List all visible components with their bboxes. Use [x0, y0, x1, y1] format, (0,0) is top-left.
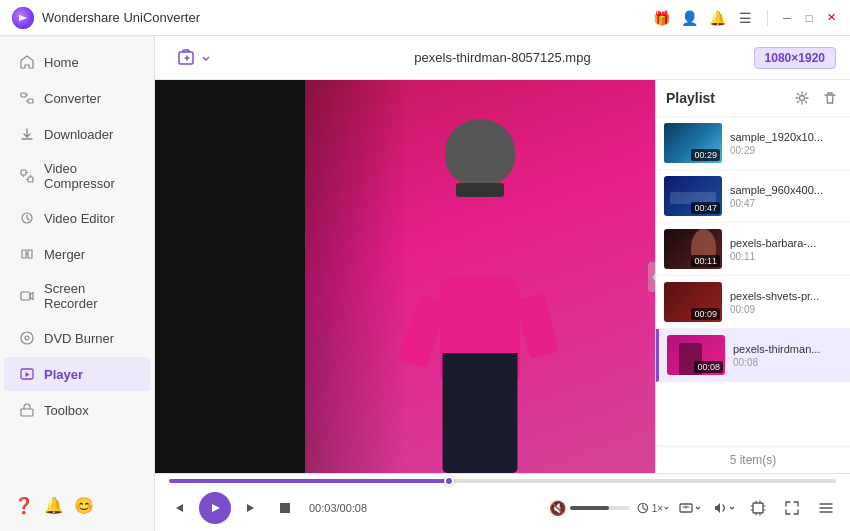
time-display: 00:03/00:08: [309, 502, 367, 514]
svg-rect-10: [21, 409, 33, 416]
speed-button[interactable]: 1×: [636, 494, 670, 522]
title-bar: Wondershare UniConverter 🎁 👤 🔔 ☰ ─ □ ✕: [0, 0, 850, 36]
prev-button[interactable]: [165, 494, 193, 522]
playlist-item[interactable]: 00:11 pexels-barbara-... 00:11: [656, 223, 850, 276]
playlist-item-name: pexels-thirdman...: [733, 343, 842, 355]
minimize-button[interactable]: ─: [780, 11, 794, 25]
sidebar-item-converter[interactable]: Converter: [4, 81, 150, 115]
collapse-playlist-button[interactable]: ❮: [648, 262, 655, 292]
compressor-icon: [18, 167, 36, 185]
progress-bar-track[interactable]: [169, 479, 836, 483]
maximize-button[interactable]: □: [802, 11, 816, 25]
thumb-duration: 00:11: [691, 255, 720, 267]
playlist-delete-icon[interactable]: [820, 88, 840, 108]
playlist-item[interactable]: 00:29 sample_1920x10... 00:29: [656, 117, 850, 170]
controls-bar: 00:03/00:08 🔇 1×: [155, 473, 850, 531]
svg-point-12: [800, 96, 805, 101]
downloader-icon: [18, 125, 36, 143]
playlist-item-duration: 00:09: [730, 304, 842, 315]
current-file-name: pexels-thirdman-8057125.mpg: [414, 50, 590, 65]
app-body: Home Converter Downloader Video Compress…: [0, 36, 850, 531]
user-icon[interactable]: 👤: [679, 8, 699, 28]
sidebar-item-video-compressor[interactable]: Video Compressor: [4, 153, 150, 199]
sidebar-item-downloader[interactable]: Downloader: [4, 117, 150, 151]
playlist-item-duration: 00:11: [730, 251, 842, 262]
playlist-item-duration: 00:08: [733, 357, 842, 368]
playlist-items: 00:29 sample_1920x10... 00:29 00:47: [656, 117, 850, 446]
player-icon: [18, 365, 36, 383]
merger-icon: [18, 245, 36, 263]
notification-icon[interactable]: 🔔: [44, 496, 64, 515]
menu-icon[interactable]: ☰: [735, 8, 755, 28]
resolution-badge: 1080×1920: [754, 47, 836, 69]
volume-slider[interactable]: [570, 506, 630, 510]
playlist-item[interactable]: 00:47 sample_960x400... 00:47: [656, 170, 850, 223]
playlist-header-icons: [792, 88, 840, 108]
svg-rect-2: [28, 99, 33, 103]
recorder-icon: [18, 287, 36, 305]
svg-rect-13: [280, 503, 290, 513]
help-icon[interactable]: ❓: [14, 496, 34, 515]
sidebar-label-toolbox: Toolbox: [44, 403, 89, 418]
next-button[interactable]: [237, 494, 265, 522]
svg-point-7: [21, 332, 33, 344]
editor-icon: [18, 209, 36, 227]
sidebar-label-home: Home: [44, 55, 79, 70]
close-button[interactable]: ✕: [824, 11, 838, 25]
stop-button[interactable]: [271, 494, 299, 522]
svg-rect-16: [753, 503, 763, 513]
progress-thumb[interactable]: [444, 476, 454, 486]
sidebar-item-video-editor[interactable]: Video Editor: [4, 201, 150, 235]
playlist-item-name: sample_960x400...: [730, 184, 842, 196]
controls-buttons: 00:03/00:08 🔇 1×: [165, 488, 840, 528]
sidebar-item-home[interactable]: Home: [4, 45, 150, 79]
playlist-item-info: sample_1920x10... 00:29: [730, 131, 842, 156]
playlist-thumb: 00:11: [664, 229, 722, 269]
sidebar-label-recorder: Screen Recorder: [44, 281, 136, 311]
playlist-item-info: pexels-thirdman... 00:08: [733, 343, 842, 368]
sidebar-item-screen-recorder[interactable]: Screen Recorder: [4, 273, 150, 319]
volume-icon[interactable]: 🔇: [549, 500, 566, 516]
playlist-item-name: pexels-barbara-...: [730, 237, 842, 249]
gift-icon[interactable]: 🎁: [651, 8, 671, 28]
bell-icon[interactable]: 🔔: [707, 8, 727, 28]
svg-point-8: [25, 336, 29, 340]
playlist-item-info: sample_960x400... 00:47: [730, 184, 842, 209]
player-playlist-area: ❮ Playlist: [155, 80, 850, 473]
fullscreen-button[interactable]: [778, 494, 806, 522]
playlist-settings-icon[interactable]: [792, 88, 812, 108]
sidebar-label-compressor: Video Compressor: [44, 161, 136, 191]
playlist-thumb: 00:29: [664, 123, 722, 163]
volume-container: 🔇: [549, 500, 630, 516]
svg-rect-6: [21, 292, 30, 300]
app-logo: [12, 7, 34, 29]
add-file-button[interactable]: [169, 44, 219, 72]
converter-icon: [18, 89, 36, 107]
sidebar-item-player[interactable]: Player: [4, 357, 150, 391]
playlist-settings-button[interactable]: [812, 494, 840, 522]
progress-bar-container[interactable]: [165, 474, 840, 488]
playlist-item[interactable]: 00:09 pexels-shvets-pr... 00:09: [656, 276, 850, 329]
thumb-duration: 00:29: [691, 149, 720, 161]
audio-button[interactable]: [710, 494, 738, 522]
playlist-item-name: sample_1920x10...: [730, 131, 842, 143]
sidebar-label-converter: Converter: [44, 91, 101, 106]
sidebar-label-dvd: DVD Burner: [44, 331, 114, 346]
top-bar: pexels-thirdman-8057125.mpg 1080×1920: [155, 36, 850, 80]
playlist-item-duration: 00:29: [730, 145, 842, 156]
sidebar-item-merger[interactable]: Merger: [4, 237, 150, 271]
aspect-ratio-button[interactable]: [676, 494, 704, 522]
feedback-icon[interactable]: 😊: [74, 496, 94, 515]
playlist-item-active[interactable]: 00:08 pexels-thirdman... 00:08: [656, 329, 850, 382]
sidebar-item-toolbox[interactable]: Toolbox: [4, 393, 150, 427]
sidebar-label-player: Player: [44, 367, 83, 382]
playlist-thumb: 00:09: [664, 282, 722, 322]
video-area: ❮: [155, 80, 655, 473]
playlist-header: Playlist: [656, 80, 850, 117]
play-button[interactable]: [199, 492, 231, 524]
dvd-icon: [18, 329, 36, 347]
sidebar-item-dvd-burner[interactable]: DVD Burner: [4, 321, 150, 355]
playlist-thumb: 00:47: [664, 176, 722, 216]
titlebar-icons: 🎁 👤 🔔 ☰ ─ □ ✕: [651, 8, 838, 28]
crop-button[interactable]: [744, 494, 772, 522]
